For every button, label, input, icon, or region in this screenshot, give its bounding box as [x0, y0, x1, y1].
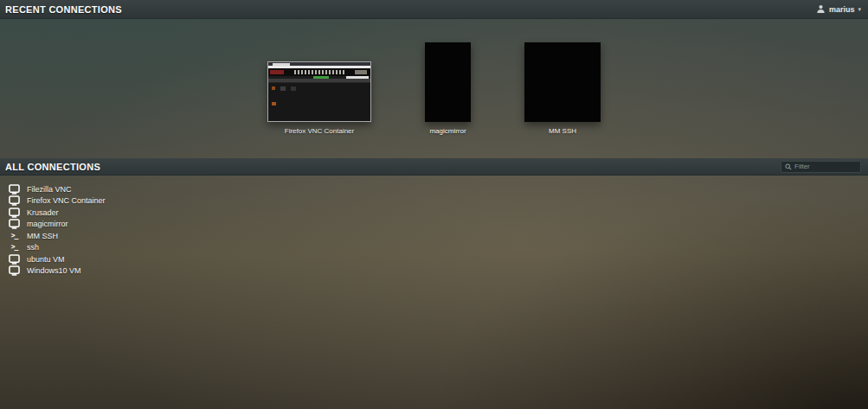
- connection-list-item[interactable]: >_ ubuntu VM: [0, 253, 868, 265]
- connection-label: Windows10 VM: [27, 266, 81, 275]
- top-bar: RECENT CONNECTIONS marius ▾: [0, 0, 868, 19]
- recent-connection-magicmirror[interactable]: magicmirror: [425, 42, 471, 135]
- user-icon: [816, 4, 826, 14]
- terminal-icon: >_: [9, 244, 20, 251]
- monitor-icon: [9, 195, 20, 206]
- monitor-icon: [9, 184, 20, 195]
- connection-list-item[interactable]: >_ Firefox VNC Container: [0, 195, 868, 208]
- all-connections-bar: ALL CONNECTIONS: [0, 158, 868, 176]
- user-menu[interactable]: marius ▾: [816, 4, 861, 14]
- connection-label: Filezilla VNC: [27, 185, 72, 194]
- all-connections-title: ALL CONNECTIONS: [5, 162, 100, 172]
- terminal-icon: >_: [9, 233, 20, 240]
- filter-input[interactable]: [794, 163, 857, 170]
- connection-list-item[interactable]: >_ ssh: [0, 242, 868, 254]
- connection-caption: Firefox VNC Container: [285, 127, 354, 135]
- recent-connection-mm-ssh[interactable]: MM SSH: [524, 42, 601, 135]
- connection-list-item[interactable]: >_ MM SSH: [0, 230, 868, 242]
- connection-label: ssh: [27, 243, 39, 252]
- connection-label: ubuntu VM: [27, 255, 65, 264]
- connection-label: Firefox VNC Container: [27, 196, 106, 205]
- connection-list-item[interactable]: >_ Filezilla VNC: [0, 183, 868, 195]
- recent-connection-firefox-vnc[interactable]: Firefox VNC Container: [267, 61, 371, 135]
- connection-thumbnail: [524, 42, 601, 122]
- connection-thumbnail: [267, 61, 371, 122]
- recent-connections-area: Firefox VNC Container magicmirror MM SSH: [0, 19, 868, 158]
- search-icon: [785, 163, 792, 170]
- connection-list-item[interactable]: >_ Krusader: [0, 207, 868, 219]
- monitor-icon: [9, 208, 20, 218]
- connection-caption: magicmirror: [429, 127, 466, 135]
- connection-caption: MM SSH: [549, 127, 576, 135]
- chevron-down-icon: ▾: [858, 6, 861, 12]
- connection-label: magicmirror: [27, 220, 68, 228]
- recent-connections-list: Firefox VNC Container magicmirror MM SSH: [267, 42, 601, 135]
- connection-list: >_ Filezilla VNC >_ Firefox VNC Containe…: [0, 176, 868, 277]
- connection-thumbnail: [425, 42, 471, 122]
- connection-list-item[interactable]: >_ Windows10 VM: [0, 265, 868, 278]
- connection-list-item[interactable]: >_ magicmirror: [0, 219, 868, 231]
- monitor-icon: [9, 265, 20, 276]
- user-name: marius: [829, 5, 855, 14]
- connection-label: MM SSH: [27, 232, 58, 240]
- monitor-icon: [9, 219, 20, 229]
- filter-box: [781, 161, 861, 173]
- monitor-icon: [9, 254, 20, 265]
- connection-label: Krusader: [27, 208, 59, 217]
- recent-connections-title: RECENT CONNECTIONS: [5, 4, 122, 15]
